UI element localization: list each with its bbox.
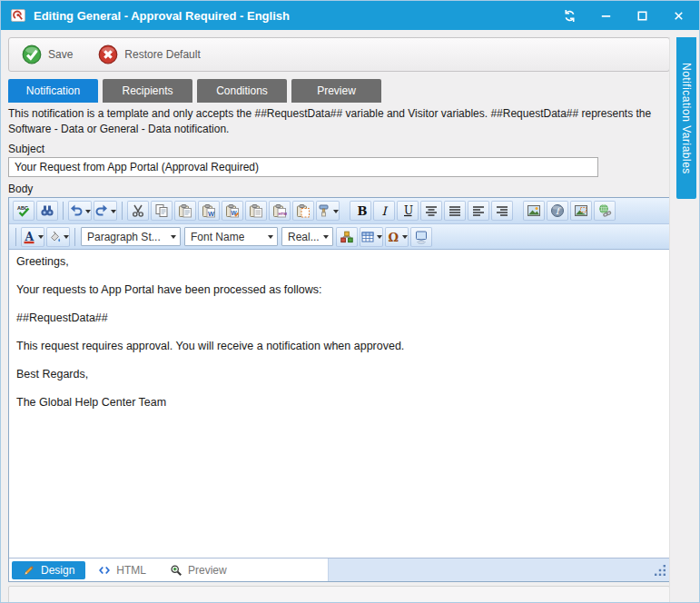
maximize-icon[interactable]	[634, 7, 650, 24]
editor-toolbar-row2: AParagraph St...Font NameReal...Ω	[9, 223, 669, 249]
svg-text:W: W	[208, 210, 215, 218]
tab-notification[interactable]: Notification	[8, 79, 98, 103]
align-right-icon[interactable]	[491, 201, 513, 221]
editor-mode-tab-label: Design	[41, 564, 74, 577]
dialog-body: Save Restore Default NotificationRecipie…	[1, 30, 699, 603]
resize-grip[interactable]	[655, 565, 665, 576]
svg-text:U: U	[404, 204, 413, 217]
html-code-icon	[98, 564, 111, 577]
hyperlink-manager-icon[interactable]	[594, 201, 616, 221]
paragraph-style-value: Paragraph St...	[87, 231, 161, 243]
toolbar-separator	[122, 202, 123, 220]
subject-input[interactable]	[8, 157, 598, 177]
undo-icon[interactable]	[68, 201, 92, 221]
chevron-down-icon	[268, 235, 273, 242]
refresh-icon[interactable]	[561, 7, 577, 24]
tab-conditions[interactable]: Conditions	[197, 79, 287, 103]
side-panel-rail: Notification Variables	[669, 37, 699, 603]
app-portal-logo-icon	[10, 8, 26, 23]
module-manager-icon[interactable]	[336, 227, 358, 247]
toolbar-separator	[63, 202, 64, 220]
flash-manager-icon[interactable]: f	[547, 201, 568, 221]
paragraph-style-select[interactable]: Paragraph St...	[81, 227, 181, 246]
font-size-select[interactable]: Real...	[281, 227, 333, 246]
template-notice-text: This notification is a template and only…	[8, 106, 670, 137]
spellcheck-icon[interactable]: ABC	[13, 201, 35, 221]
svg-text:A: A	[25, 230, 35, 243]
font-color-icon[interactable]: A	[21, 227, 44, 247]
window-title: Editing General - Approval Required - En…	[34, 9, 561, 23]
notification-tabs: NotificationRecipientsConditionsPreview	[8, 79, 670, 103]
editor-mode-tab-html[interactable]: HTML	[87, 561, 157, 579]
symbol-icon[interactable]: Ω	[385, 227, 409, 247]
editor-mode-tab-label: HTML	[116, 564, 146, 577]
font-size-value: Real...	[288, 231, 320, 243]
editor-mode-tab-design[interactable]: Design	[12, 561, 85, 579]
bold-icon[interactable]: B	[350, 201, 371, 221]
subject-label: Subject	[8, 143, 670, 155]
chevron-down-icon	[85, 210, 91, 216]
notification-variables-tab[interactable]: Notification Variables	[676, 37, 696, 199]
editor-mode-tab-preview[interactable]: Preview	[159, 561, 238, 579]
paste-word-clean-icon[interactable]: W	[222, 201, 243, 221]
align-justify-icon[interactable]	[444, 201, 466, 221]
body-label: Body	[8, 183, 670, 195]
command-bar: Save Restore Default	[8, 37, 670, 72]
font-name-value: Font Name	[191, 231, 244, 243]
align-left-icon[interactable]	[468, 201, 489, 221]
table-icon[interactable]	[360, 227, 383, 247]
save-check-icon	[22, 44, 42, 64]
find-icon[interactable]	[36, 201, 58, 221]
restore-default-label: Restore Default	[124, 48, 200, 61]
pencil-icon	[23, 564, 35, 577]
italic-icon[interactable]: I	[373, 201, 395, 221]
paste-icon[interactable]	[174, 201, 196, 221]
editor-mode-tabs: DesignHTMLPreview	[9, 559, 329, 581]
editor-content-area[interactable]: Greetings, Your requests to App Portal h…	[9, 249, 669, 558]
chevron-down-icon	[333, 210, 339, 216]
chevron-down-icon	[377, 235, 382, 242]
chevron-down-icon	[402, 235, 408, 242]
format-painter-icon[interactable]	[316, 201, 340, 221]
underline-icon[interactable]: U	[397, 201, 419, 221]
editor-mode-strip: DesignHTMLPreview	[9, 558, 669, 581]
image-map-icon[interactable]	[570, 201, 592, 221]
chevron-down-icon	[38, 235, 44, 242]
window-controls	[561, 7, 690, 24]
restore-default-button[interactable]: Restore Default	[98, 44, 200, 64]
close-icon[interactable]	[670, 7, 686, 24]
svg-text:I: I	[382, 204, 389, 218]
title-bar: Editing General - Approval Required - En…	[1, 1, 699, 30]
dialog-footer-strip	[8, 586, 670, 603]
paste-special-icon[interactable]	[292, 201, 314, 221]
restore-x-icon	[98, 44, 118, 64]
minimize-icon[interactable]	[597, 7, 614, 24]
svg-text:HTML: HTML	[278, 212, 287, 216]
image-manager-icon[interactable]	[523, 201, 545, 221]
tab-preview[interactable]: Preview	[291, 79, 381, 103]
rich-text-editor: ABCWWHTMLBIUf AParagraph St...Font NameR…	[8, 197, 670, 582]
toolbar-separator	[15, 228, 16, 246]
align-center-icon[interactable]	[420, 201, 442, 221]
save-label: Save	[48, 48, 73, 61]
chevron-down-icon	[64, 235, 69, 242]
font-name-select[interactable]: Font Name	[184, 227, 278, 246]
magnifier-plus-icon	[170, 564, 182, 577]
save-button[interactable]: Save	[22, 44, 73, 64]
dialog-window: Editing General - Approval Required - En…	[0, 0, 700, 603]
chevron-down-icon	[323, 235, 329, 242]
monitor-icon[interactable]	[410, 227, 432, 247]
toolbar-separator	[74, 228, 75, 246]
tab-recipients[interactable]: Recipients	[103, 79, 192, 103]
chevron-down-icon	[111, 210, 116, 216]
paste-plain-icon[interactable]	[245, 201, 267, 221]
redo-icon[interactable]	[94, 201, 117, 221]
paste-word-icon[interactable]: W	[198, 201, 220, 221]
svg-text:Ω: Ω	[389, 230, 399, 243]
back-color-icon[interactable]	[46, 227, 70, 247]
svg-text:B: B	[358, 204, 368, 218]
editor-mode-tab-label: Preview	[188, 564, 227, 577]
copy-icon[interactable]	[151, 201, 173, 221]
cut-icon[interactable]	[127, 201, 149, 221]
paste-html-icon[interactable]: HTML	[269, 201, 291, 221]
